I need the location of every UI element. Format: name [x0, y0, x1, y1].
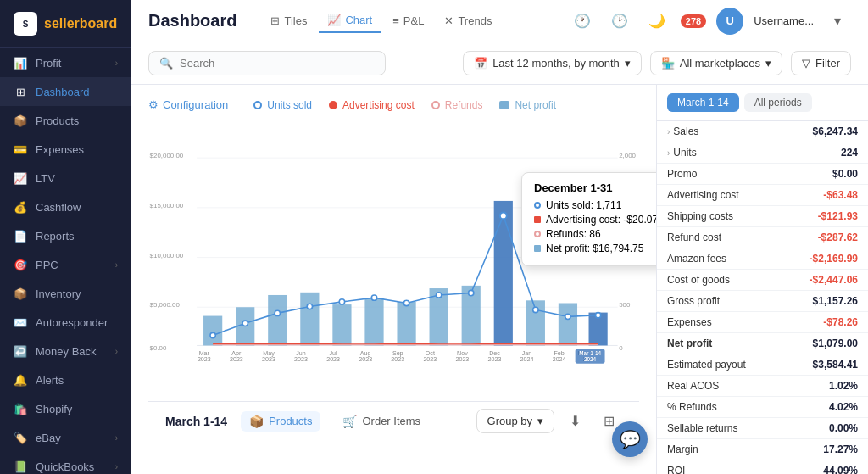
period-tab-all[interactable]: All periods — [744, 93, 812, 112]
date-chevron-icon: ▾ — [625, 57, 631, 70]
filter-btn[interactable]: ▽ Filter — [791, 51, 851, 75]
sidebar-item-label: Money Back — [36, 345, 97, 358]
marketplace-btn[interactable]: 🏪 All marketplaces ▾ — [650, 51, 782, 75]
svg-point-33 — [371, 295, 376, 300]
tooltip-row-refunds: Refunds: 86 — [534, 228, 656, 240]
header-tab-trends[interactable]: ✕ Trends — [436, 8, 500, 33]
svg-text:$20,000.00: $20,000.00 — [150, 152, 184, 159]
tooltip-units-label: Units sold: 1,711 — [546, 199, 621, 211]
configuration-label: Configuration — [163, 98, 228, 111]
sidebar-item-label: Reports — [36, 230, 75, 243]
svg-text:2023: 2023 — [423, 356, 437, 363]
sidebar-item-autoresponder[interactable]: ✉️ Autoresponder — [0, 308, 131, 337]
history-icon[interactable]: 🕑 — [606, 8, 633, 35]
date-range-btn[interactable]: 📅 Last 12 months, by month ▾ — [463, 51, 642, 75]
sidebar-item-expenses[interactable]: 💳 Expenses — [0, 135, 131, 164]
user-name[interactable]: Username... — [754, 14, 814, 27]
download-btn[interactable]: ⬇ — [561, 408, 588, 435]
chart-area: ⚙ Configuration Units sold Advertising c… — [131, 85, 656, 474]
svg-text:0: 0 — [619, 344, 623, 352]
clock-icon[interactable]: 🕐 — [569, 8, 596, 35]
metric-label: Gross profit — [667, 295, 720, 307]
logo-text: sellerboard — [44, 16, 117, 31]
sidebar-item-ebay[interactable]: 🏷️ eBay › — [0, 423, 131, 452]
tooltip-refunds-icon — [534, 231, 541, 237]
search-box[interactable]: 🔍 — [148, 51, 386, 75]
tab-label: P&L — [403, 14, 425, 27]
sidebar-item-ppc[interactable]: 🎯 PPC › — [0, 250, 131, 279]
legend-advertising-cost[interactable]: Advertising cost — [329, 99, 415, 111]
sidebar-item-dashboard[interactable]: ⊞ Dashboard — [0, 77, 131, 106]
metrics-list: › Sales $6,247.34 › Units 224 Promo $0.0… — [657, 121, 868, 474]
header-tab-tiles[interactable]: ⊞ Tiles — [262, 8, 315, 33]
metric-value: $6,247.34 — [813, 125, 858, 137]
logo-icon: S — [14, 12, 37, 36]
svg-text:2023: 2023 — [294, 356, 308, 363]
sidebar-item-label: Dashboard — [36, 86, 90, 98]
sidebar-item-inventory[interactable]: 📦 Inventory — [0, 279, 131, 308]
sidebar-item-label: Profit — [36, 57, 61, 70]
svg-point-28 — [210, 332, 215, 337]
legend-refunds[interactable]: Refunds — [431, 99, 483, 111]
products-tab-label: Products — [269, 415, 312, 427]
group-by-label: Group by — [487, 415, 532, 427]
metric-row-0[interactable]: › Sales $6,247.34 — [657, 121, 868, 142]
svg-point-39 — [565, 314, 570, 319]
metric-row-6: Amazon fees -$2,169.99 — [657, 248, 868, 270]
sidebar-icon: 📗 — [14, 460, 27, 473]
sidebar-icon: 📈 — [14, 171, 27, 185]
header-tab-chart[interactable]: 📈 Chart — [319, 8, 381, 33]
metric-label: Net profit — [667, 337, 712, 349]
sidebar-chevron-icon: › — [115, 260, 118, 270]
sidebar-chevron-icon: › — [115, 433, 118, 443]
chat-bubble-btn[interactable]: 💬 — [612, 421, 648, 457]
tooltip-refunds-label: Refunds: 86 — [546, 228, 601, 240]
search-input[interactable] — [180, 57, 375, 70]
sidebar-item-label: Products — [36, 114, 79, 127]
avatar[interactable]: U — [716, 8, 743, 35]
sidebar-logo: S sellerboard — [0, 0, 131, 48]
group-by-btn[interactable]: Group by ▾ — [476, 409, 554, 433]
sidebar-item-label: Inventory — [36, 287, 81, 300]
sidebar-icon: 📄 — [14, 229, 27, 243]
marketplace-icon: 🏪 — [661, 57, 675, 70]
sidebar-item-alerts[interactable]: 🔔 Alerts — [0, 365, 131, 394]
metric-row-2: Promo $0.00 — [657, 164, 868, 185]
sidebar-item-quickbooks[interactable]: 📗 QuickBooks › — [0, 452, 131, 474]
svg-rect-17 — [268, 295, 287, 345]
svg-point-32 — [339, 299, 344, 304]
user-menu-chevron[interactable]: ▾ — [824, 8, 851, 35]
sidebar-item-money-back[interactable]: ↩️ Money Back › — [0, 337, 131, 365]
tooltip-advertising-label: Advertising cost: -$20.07 — [546, 214, 656, 226]
sidebar-item-shopify[interactable]: 🛍️ Shopify — [0, 394, 131, 423]
legend-net-profit[interactable]: Net profit — [499, 99, 556, 111]
metric-label: › Sales — [667, 125, 698, 137]
sidebar-item-profit[interactable]: 📊 Profit › — [0, 48, 131, 77]
svg-point-30 — [275, 310, 280, 315]
metric-value: -$63.48 — [823, 189, 858, 201]
sidebar-item-cashflow[interactable]: 💰 Cashflow — [0, 192, 131, 221]
sidebar-item-label: Cashflow — [36, 201, 81, 214]
tooltip-title: December 1-31 — [534, 181, 656, 194]
page-title: Dashboard — [148, 11, 236, 31]
header-tab-p&l[interactable]: ≡ P&L — [384, 8, 432, 33]
sidebar-item-products[interactable]: 📦 Products — [0, 106, 131, 135]
legend-units-sold[interactable]: Units sold — [253, 99, 312, 111]
main-content: Dashboard ⊞ Tiles📈 Chart≡ P&L✕ Trends 🕐 … — [131, 0, 868, 474]
notification-badge[interactable]: 278 — [681, 14, 706, 28]
calendar-icon: 📅 — [474, 57, 487, 70]
metric-row-1[interactable]: › Units 224 — [657, 142, 868, 164]
moon-icon[interactable]: 🌙 — [643, 8, 670, 35]
sidebar-item-ltv[interactable]: 📈 LTV — [0, 164, 131, 192]
metric-value: $1,079.00 — [813, 337, 858, 349]
period-tab-current[interactable]: March 1-14 — [667, 93, 739, 112]
tab-label: Tiles — [284, 14, 307, 27]
configuration-btn[interactable]: ⚙ Configuration — [148, 98, 228, 111]
metric-label: Real ACOS — [667, 380, 719, 392]
bottom-tab-products[interactable]: 📦 Products — [241, 411, 320, 432]
sidebar-item-reports[interactable]: 📄 Reports — [0, 221, 131, 250]
svg-text:$5,000.00: $5,000.00 — [150, 301, 181, 309]
metric-value: -$2,169.99 — [810, 253, 858, 265]
svg-point-35 — [436, 293, 441, 298]
bottom-tab-order-items[interactable]: 🛒 Order Items — [334, 411, 429, 432]
